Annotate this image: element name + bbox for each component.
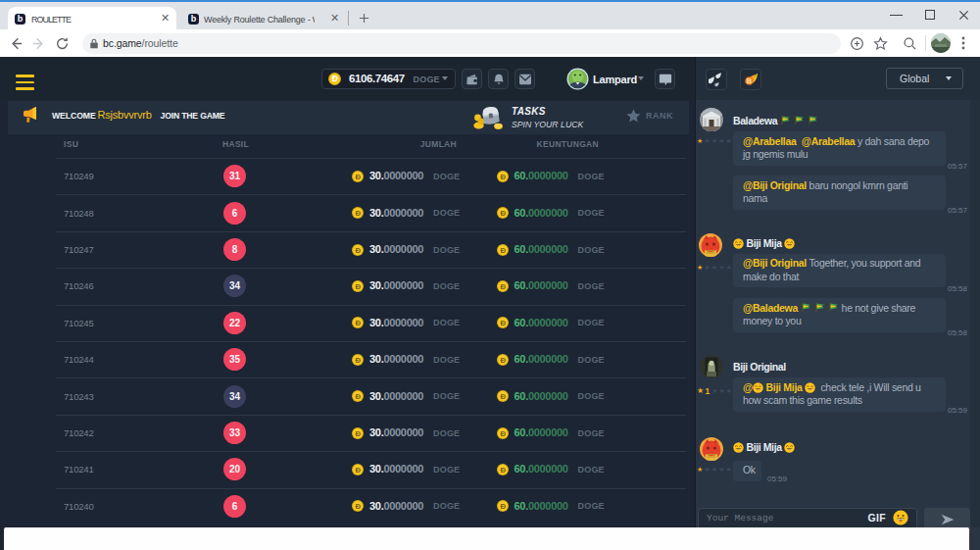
svg-text:Ð: Ð [500,392,506,401]
svg-text:Ð: Ð [331,74,337,83]
svg-text:Ð: Ð [500,502,506,511]
svg-text:Ð: Ð [500,428,506,437]
svg-text:Ð: Ð [355,502,361,511]
svg-text:Ð: Ð [500,319,506,327]
svg-text:Ð: Ð [500,355,506,364]
svg-text:Ð: Ð [500,172,506,180]
svg-text:Ð: Ð [355,466,361,475]
svg-text:Ð: Ð [355,245,361,254]
svg-text:Ð: Ð [355,355,361,364]
svg-text:Ð: Ð [355,282,361,291]
svg-text:B: B [746,76,752,85]
svg-text:Ð: Ð [355,392,361,401]
svg-text:Ð: Ð [355,172,361,180]
svg-text:Ð: Ð [500,466,506,475]
svg-text:Ð: Ð [355,319,361,327]
svg-text:Ð: Ð [500,209,506,218]
svg-text:Ð: Ð [500,282,506,291]
svg-text:Ð: Ð [355,209,361,218]
svg-text:Ð: Ð [500,245,506,254]
svg-text:Ð: Ð [355,428,361,437]
